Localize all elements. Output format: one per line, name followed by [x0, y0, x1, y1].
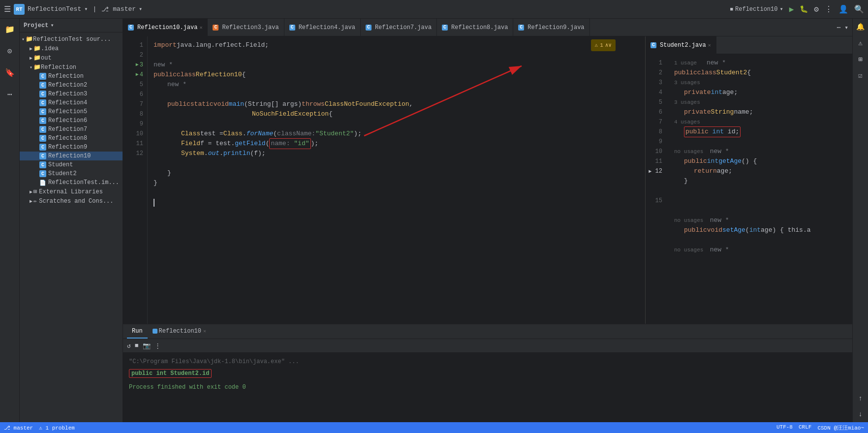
- right-code-line-8: }: [674, 176, 852, 186]
- tree-item-reflection7[interactable]: C Reflection7: [20, 125, 123, 134]
- tab-close-icon[interactable]: ✕: [708, 42, 711, 48]
- tab-reflection4[interactable]: C Reflection4.java: [284, 19, 361, 36]
- run-tab[interactable]: Run: [127, 324, 148, 339]
- tree-item-label: Reflection: [41, 64, 76, 71]
- sidebar-dropdown[interactable]: ▾: [50, 22, 54, 29]
- tab-reflection10[interactable]: C Reflection10.java ✕: [123, 19, 208, 36]
- tab-label: Reflection10.java: [137, 24, 197, 31]
- top-bar-right: ■ Reflection10 ▾ ▶ 🐛 ⚙ ⋮ 👤 🔍: [730, 4, 864, 14]
- tree-item-reflection6[interactable]: C Reflection6: [20, 116, 123, 125]
- chevron-right-icon: ▶: [30, 198, 32, 204]
- bookmark-icon[interactable]: 🔖: [3, 66, 17, 80]
- code-line-1: import java.lang.reflect.Field;: [154, 40, 645, 50]
- right-code-lines[interactable]: 1 usage new * public class Student2 {: [670, 54, 852, 324]
- down-icon[interactable]: ↓: [858, 410, 862, 418]
- settings-icon[interactable]: ⚙: [814, 4, 819, 14]
- java-tab-icon: C: [289, 25, 295, 31]
- tab-reflection7[interactable]: C Reflection7.java: [361, 19, 437, 36]
- code-token: .: [219, 149, 223, 158]
- problems-icon[interactable]: ⚠: [858, 39, 862, 47]
- code-token: }: [154, 178, 157, 188]
- tree-item-reflection4[interactable]: C Reflection4: [20, 98, 123, 107]
- tree-item-label: Reflection10: [48, 153, 91, 159]
- tree-item-reflection[interactable]: C Reflection: [20, 72, 123, 81]
- structure-icon[interactable]: ⊞: [858, 55, 862, 63]
- project-icon[interactable]: 📁: [3, 23, 17, 36]
- tab-close-icon[interactable]: ✕: [199, 25, 202, 31]
- tab-reflection8[interactable]: C Reflection8.java: [437, 19, 513, 36]
- code-line-5: new *: [154, 80, 645, 90]
- code-token: System: [181, 149, 204, 158]
- tab-reflection9[interactable]: C Reflection9.java: [513, 19, 589, 36]
- tree-item-label: Reflection8: [48, 135, 87, 142]
- screenshot-btn[interactable]: 📷: [143, 342, 151, 350]
- tree-item-student[interactable]: C Student: [20, 160, 123, 169]
- line-num-4: ▶4: [123, 70, 143, 80]
- profile-icon[interactable]: 👤: [838, 4, 848, 14]
- tree-item-reflection8[interactable]: C Reflection8: [20, 134, 123, 143]
- tab-reflection3[interactable]: C Reflection3.java: [208, 19, 284, 36]
- bottom-panel: Run Reflection10 ✕ ↺ ■ 📷 ⋮: [123, 324, 852, 422]
- commit-icon[interactable]: ⊙: [5, 44, 14, 58]
- tree-item-student2[interactable]: C Student2: [20, 169, 123, 178]
- line-num-7: 7: [123, 99, 143, 109]
- code-token: private: [684, 107, 711, 117]
- tree-item-reflection3[interactable]: C Reflection3: [20, 90, 123, 98]
- tree-item-idea[interactable]: ▶ 📁 .idea: [20, 44, 123, 53]
- tree-item-out[interactable]: ▶ 📁 out: [20, 53, 123, 62]
- tree-item-reflection-folder[interactable]: ▾ 📁 Reflection: [20, 62, 123, 72]
- editors-split: 1 2 ▶3 ▶4 5 6 7 8 9 10 11 12: [123, 36, 852, 324]
- warning-arrows[interactable]: ∧∨: [605, 40, 612, 50]
- code-line-6: [154, 90, 645, 99]
- notifications-icon[interactable]: 🔔: [856, 23, 865, 31]
- code-token: new *: [154, 60, 173, 70]
- tree-item-external-libs[interactable]: ▶ ⊞ External Libraries: [20, 187, 123, 196]
- code-token: Class: [223, 129, 243, 139]
- java-tab-icon: C: [366, 25, 372, 31]
- tree-item-reflection10[interactable]: C Reflection10: [20, 152, 123, 160]
- tree-item-scratches[interactable]: ▶ ✏ Scratches and Cons...: [20, 196, 123, 206]
- tab-close-icon[interactable]: ✕: [203, 328, 206, 334]
- usage-text: no usages: [674, 149, 710, 155]
- branch-dropdown-icon[interactable]: ▾: [139, 5, 142, 13]
- more-tools-icon[interactable]: ⋯: [5, 88, 14, 101]
- reflection10-tab[interactable]: Reflection10 ✕: [148, 324, 211, 339]
- usage-new: new *: [707, 59, 726, 66]
- code-token: public: [167, 99, 190, 109]
- status-branch[interactable]: ⎇ master: [4, 425, 33, 431]
- run-button[interactable]: ▶: [789, 4, 794, 14]
- more-tabs-icon[interactable]: ⋯ ▾: [833, 24, 852, 31]
- java-tab-icon: C: [213, 25, 218, 31]
- right-icon-bar: 🔔 ⚠ ⊞ ☑ ↑ ↓: [852, 19, 868, 422]
- tree-item-root[interactable]: ▾ 📁 ReflectionTest sour...: [20, 34, 123, 44]
- more-icon[interactable]: ⋮: [825, 4, 833, 14]
- code-token: return: [694, 166, 717, 176]
- run-config-dropdown[interactable]: ▾: [779, 5, 783, 13]
- tree-item-reflection2[interactable]: C Reflection2: [20, 81, 123, 90]
- project-dropdown-icon[interactable]: ▾: [84, 5, 88, 13]
- code-token: int: [713, 128, 728, 135]
- usage-hint-2: 3 usages: [674, 78, 852, 88]
- tree-item-reflection5[interactable]: C Reflection5: [20, 107, 123, 116]
- status-problems[interactable]: ⚠ 1 problem: [39, 425, 75, 431]
- tree-item-reflection9[interactable]: C Reflection9: [20, 143, 123, 152]
- search-icon[interactable]: 🔍: [854, 4, 864, 14]
- stop-btn[interactable]: ■: [135, 342, 139, 349]
- up-icon[interactable]: ↑: [858, 395, 862, 402]
- code-token: String: [711, 107, 734, 117]
- run-config-name[interactable]: Reflection10: [735, 6, 777, 13]
- more-btn[interactable]: ⋮: [155, 342, 161, 350]
- hamburger-icon[interactable]: ☰: [4, 4, 11, 14]
- todo-icon[interactable]: ☑: [858, 71, 862, 80]
- left-code-lines[interactable]: ⚠ 1 ∧∨ import java.lang.reflect.Field;: [148, 36, 645, 324]
- right-code-line-6: public int getAge () {: [674, 156, 852, 166]
- branch-name[interactable]: master: [113, 5, 136, 13]
- debug-button[interactable]: 🐛: [800, 5, 808, 13]
- project-name[interactable]: ReflectionTest: [28, 5, 81, 13]
- java-file-icon: C: [39, 170, 46, 177]
- tree-item-reflectiontest-img[interactable]: 📄 ReflectionTest.im...: [20, 178, 123, 187]
- tab-student2[interactable]: C Student2.java ✕: [646, 36, 716, 54]
- status-bar: ⎇ master ⚠ 1 problem UTF-8 CRLF CSDN @汪汪…: [0, 422, 868, 433]
- tab-label: Reflection8.java: [451, 24, 508, 31]
- restart-btn[interactable]: ↺: [127, 342, 131, 350]
